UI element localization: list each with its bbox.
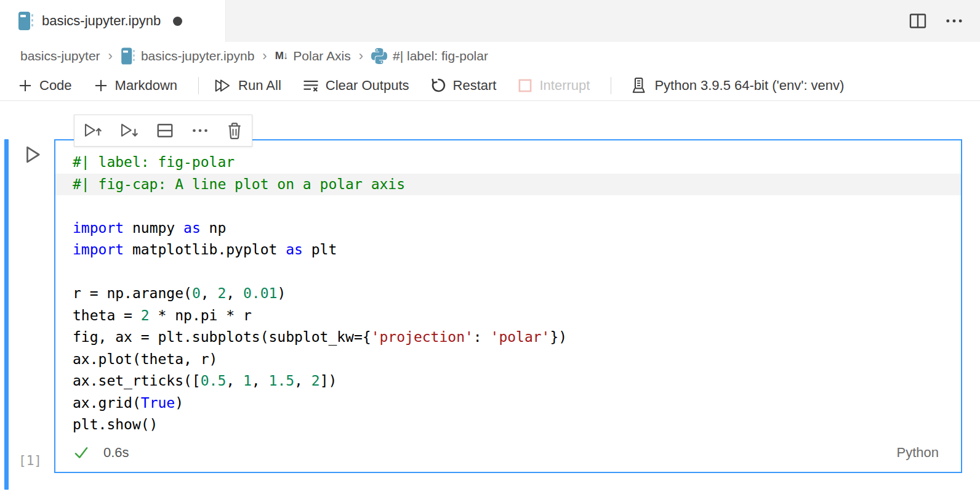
plus-icon	[93, 78, 109, 94]
notebook-toolbar: Code Markdown Run All Clear Outputs Rest…	[0, 70, 980, 101]
run-all-label: Run All	[238, 78, 281, 94]
chevron-right-icon: ›	[107, 48, 114, 64]
code-line[interactable]: ax.grid(True)	[55, 392, 961, 415]
notebook-editor: [1] #| label: fig-polar#| fig-cap: A lin…	[0, 101, 980, 494]
tab-title: basics-jupyter.ipynb	[42, 13, 161, 29]
split-cell-icon	[156, 121, 174, 140]
execute-below-button[interactable]	[119, 121, 139, 140]
run-all-button[interactable]: Run All	[214, 78, 281, 94]
toolbar-divider	[611, 77, 611, 94]
code-line[interactable]: import numpy as np	[55, 217, 961, 240]
tab-bar: basics-jupyter.ipynb	[0, 0, 980, 42]
code-line[interactable]	[55, 195, 961, 217]
kernel-label: Python 3.9.5 64-bit ('env': venv)	[654, 78, 844, 94]
breadcrumb-folder[interactable]: basics-jupyter	[20, 49, 100, 63]
code-line[interactable]	[55, 261, 961, 283]
more-actions-button[interactable]	[191, 121, 209, 140]
kernel-icon	[630, 76, 647, 95]
add-code-cell-button[interactable]: Code	[17, 78, 72, 94]
clear-outputs-label: Clear Outputs	[326, 78, 409, 94]
code-line[interactable]: #| fig-cap: A line plot on a polar axis	[55, 174, 961, 196]
success-check-icon	[73, 444, 90, 461]
cell-status-bar: 0.6s Python	[55, 437, 961, 472]
run-all-icon	[214, 78, 232, 94]
breadcrumb-label: basics-jupyter	[20, 49, 100, 63]
breadcrumb: basics-jupyter › basics-jupyter.ipynb › …	[0, 42, 980, 70]
ellipsis-icon	[191, 121, 209, 140]
code-line[interactable]: import matplotlib.pyplot as plt	[55, 239, 961, 261]
restart-label: Restart	[453, 78, 497, 94]
plus-icon	[17, 78, 33, 94]
clear-outputs-button[interactable]: Clear Outputs	[302, 78, 409, 94]
toolbar-divider	[198, 77, 199, 94]
execution-count: [1]	[18, 453, 42, 468]
code-line[interactable]: ax.plot(theta, r)	[55, 349, 961, 371]
more-actions-icon[interactable]	[944, 12, 964, 30]
play-icon	[22, 144, 43, 165]
run-cell-button[interactable]	[22, 144, 43, 165]
code-line[interactable]: fig, ax = plt.subplots(subplot_kw={'proj…	[55, 326, 961, 349]
restart-button[interactable]: Restart	[430, 77, 497, 94]
notebook-icon	[121, 48, 135, 65]
breadcrumb-cell[interactable]: #| label: fig-polar	[371, 48, 488, 64]
run-above-icon	[83, 121, 103, 140]
code-line[interactable]: r = np.arange(0, 2, 0.01)	[55, 283, 961, 305]
breadcrumb-label: basics-jupyter.ipynb	[141, 49, 254, 63]
interrupt-button[interactable]: Interrupt	[517, 78, 590, 94]
trash-icon	[226, 121, 243, 140]
delete-cell-button[interactable]	[226, 121, 243, 140]
split-cell-button[interactable]	[156, 121, 174, 140]
run-below-icon	[119, 121, 139, 140]
code-line[interactable]: plt.show()	[55, 414, 961, 436]
markdown-icon: M↓	[275, 50, 288, 62]
tab-basics-jupyter[interactable]: basics-jupyter.ipynb	[0, 0, 226, 42]
clear-outputs-icon	[302, 78, 319, 94]
chevron-right-icon: ›	[261, 48, 268, 64]
breadcrumb-section[interactable]: M↓ Polar Axis	[275, 49, 351, 63]
add-markdown-label: Markdown	[115, 78, 177, 94]
add-code-label: Code	[39, 78, 72, 94]
breadcrumb-file[interactable]: basics-jupyter.ipynb	[121, 47, 254, 65]
modified-dot-icon	[173, 17, 182, 26]
code-lines[interactable]: #| label: fig-polar#| fig-cap: A line pl…	[55, 140, 961, 436]
execution-duration: 0.6s	[103, 445, 129, 461]
execute-above-button[interactable]	[83, 121, 103, 140]
code-cell: #| label: fig-polar#| fig-cap: A line pl…	[54, 139, 962, 473]
notebook-file-icon	[18, 12, 33, 30]
cell-focus-bar	[4, 139, 9, 490]
interrupt-label: Interrupt	[539, 78, 590, 94]
code-line[interactable]: ax.set_rticks([0.5, 1, 1.5, 2])	[55, 370, 961, 392]
add-markdown-cell-button[interactable]: Markdown	[93, 78, 177, 94]
code-line[interactable]: #| label: fig-polar	[55, 152, 961, 174]
restart-icon	[430, 77, 447, 94]
cell-toolbar	[74, 115, 252, 147]
kernel-picker[interactable]: Python 3.9.5 64-bit ('env': venv)	[630, 76, 844, 95]
code-line[interactable]: theta = 2 * np.pi * r	[55, 305, 961, 327]
language-picker[interactable]: Python	[897, 445, 939, 461]
breadcrumb-label: Polar Axis	[293, 49, 350, 63]
interrupt-icon	[517, 78, 533, 94]
breadcrumb-label: #| label: fig-polar	[393, 49, 488, 63]
python-icon	[371, 48, 387, 64]
chevron-right-icon: ›	[358, 48, 364, 64]
split-editor-icon[interactable]	[909, 12, 927, 30]
